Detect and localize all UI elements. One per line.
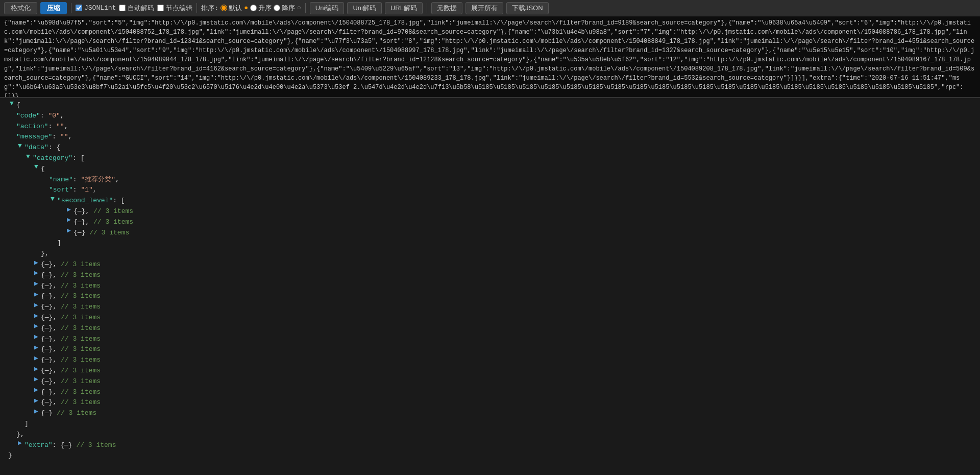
sort-group: 排序: 默认 ● 升序 降序 ○: [201, 4, 301, 13]
tree-cat-item6: ▶ {—}, // 3 items: [0, 313, 980, 323]
tree-cat-item11: ▶ {—}, // 3 items: [0, 366, 980, 376]
cat-item10-toggle[interactable]: ▶: [33, 355, 40, 362]
tree-cat-item13: ▶ {—}, // 3 items: [0, 387, 980, 398]
expand-all-button[interactable]: 展开所有: [465, 2, 503, 14]
second-level-toggle[interactable]: ▼: [49, 196, 56, 203]
tree-sl-item0: ▶ {—}, // 3 items: [0, 206, 980, 217]
tab-format[interactable]: 格式化: [4, 2, 37, 14]
root-toggle[interactable]: ▼: [8, 100, 15, 107]
tree-sl-close: ]: [0, 238, 980, 249]
cb-nodeedit-label[interactable]: 节点编辑: [157, 4, 192, 13]
download-json-button[interactable]: 下载JSON: [506, 2, 549, 14]
tree-action: "action": "",: [0, 122, 980, 132]
cat-item8-toggle[interactable]: ▶: [33, 334, 40, 341]
tree-data-close: },: [0, 430, 980, 440]
sort-desc-label[interactable]: 降序: [274, 4, 295, 13]
cb-autodecode-text: 自动解码: [128, 4, 154, 13]
cb-jsonlint-label[interactable]: JSONLint: [76, 4, 116, 12]
sort-asc-text: 升序: [258, 4, 272, 13]
cat-item13-toggle[interactable]: ▶: [33, 387, 40, 394]
tree-sl-item1: ▶ {—}, // 3 items: [0, 217, 980, 228]
sl-item0-toggle[interactable]: ▶: [65, 206, 72, 213]
tree-cat-name: "name": "推荐分类",: [0, 175, 980, 185]
cat-item11-toggle[interactable]: ▶: [33, 366, 40, 373]
sort-dot: ●: [244, 4, 248, 12]
cb-autodecode-label[interactable]: 自动解码: [119, 4, 154, 13]
sort-default-text: 默认: [229, 4, 242, 13]
tree-cat-sort: "sort": "1",: [0, 185, 980, 196]
sort-circle: ○: [297, 4, 301, 12]
tree-cat-item0-open: ▼ {: [0, 164, 980, 175]
cb-autodecode[interactable]: [119, 5, 126, 11]
sort-asc[interactable]: [250, 5, 257, 11]
divider-4: [427, 3, 427, 13]
cat-item14-toggle[interactable]: ▶: [33, 397, 40, 405]
cat-item6-toggle[interactable]: ▶: [33, 313, 40, 320]
cb-jsonlint[interactable]: [76, 5, 82, 11]
tree-cat-item9: ▶ {—}, // 3 items: [0, 344, 980, 355]
tree-category-close: ]: [0, 419, 980, 430]
tab-compress[interactable]: 压缩: [40, 2, 67, 14]
divider-1: [71, 3, 71, 13]
cat-item1-toggle[interactable]: ▶: [33, 259, 40, 267]
tree-sl-item2: ▶ {—} // 3 items: [0, 228, 980, 239]
toolbar: 格式化 压缩 JSONLint 自动解码 节点编辑 排序: 默认 ● 升序 降序…: [0, 0, 980, 16]
sort-default[interactable]: [220, 5, 227, 11]
tree-code: "code": "0",: [0, 111, 980, 122]
tree-cat-item1: ▶ {—}, // 3 items: [0, 259, 980, 270]
tree-cat-item10: ▶ {—}, // 3 items: [0, 355, 980, 366]
tree-cat-item15: ▶ {—} // 3 items: [0, 408, 980, 419]
tree-data-open: ▼ "data": {: [0, 142, 980, 153]
cat-item5-toggle[interactable]: ▶: [33, 302, 40, 309]
tree-cat-item0-close: },: [0, 249, 980, 259]
divider-2: [197, 3, 197, 13]
raw-json-area: {"name":"\u598d\u97f5","sort":"5","img":…: [0, 16, 980, 98]
cat-item4-toggle[interactable]: ▶: [33, 291, 40, 298]
tree-cat-item14: ▶ {—}, // 3 items: [0, 397, 980, 408]
tree-cat-item8: ▶ {—}, // 3 items: [0, 334, 980, 345]
cat-item0-toggle[interactable]: ▼: [33, 164, 40, 171]
extra-toggle[interactable]: ▶: [16, 440, 23, 447]
tree-category-open: ▼ "category": [: [0, 153, 980, 164]
url-decode-button[interactable]: URL解码: [385, 2, 423, 14]
cat-item2-toggle[interactable]: ▶: [33, 270, 40, 277]
metadata-button[interactable]: 元数据: [431, 2, 462, 14]
tree-message: "message": "",: [0, 132, 980, 142]
tree-cat-item2: ▶ {—}, // 3 items: [0, 270, 980, 281]
sort-desc[interactable]: [274, 5, 280, 11]
tree-cat-item5: ▶ {—}, // 3 items: [0, 302, 980, 313]
uni-encode-button[interactable]: Uni编码: [310, 2, 345, 14]
cat-item7-toggle[interactable]: ▶: [33, 323, 40, 330]
tree-root-close: }: [0, 450, 980, 461]
sort-label: 排序:: [201, 4, 218, 13]
cb-nodeedit[interactable]: [157, 5, 164, 11]
tree-cat-item12: ▶ {—}, // 3 items: [0, 376, 980, 387]
tree-extra: ▶ "extra": {—} // 3 items: [0, 440, 980, 451]
sort-desc-text: 降序: [282, 4, 295, 13]
uni-decode-button[interactable]: Uni解码: [347, 2, 382, 14]
cb-jsonlint-text: JSONLint: [84, 4, 116, 12]
sl-item1-toggle[interactable]: ▶: [65, 217, 72, 224]
cb-nodeedit-text: 节点编辑: [166, 4, 192, 13]
cat-item3-toggle[interactable]: ▶: [33, 281, 40, 288]
tree-second-level-open: ▼ "second_level": [: [0, 196, 980, 206]
tree-root-open: ▼ {: [0, 100, 980, 111]
tree-cat-item4: ▶ {—}, // 3 items: [0, 291, 980, 302]
divider-3: [305, 3, 306, 13]
data-toggle[interactable]: ▼: [16, 142, 23, 150]
category-toggle[interactable]: ▼: [24, 153, 32, 160]
raw-json-text: {"name":"\u598d\u97f5","sort":"5","img":…: [4, 19, 974, 98]
cat-item9-toggle[interactable]: ▶: [33, 344, 40, 351]
sort-asc-label[interactable]: 升序: [250, 4, 272, 13]
sl-item2-toggle[interactable]: ▶: [65, 228, 72, 235]
json-tree-area: ▼ { "code": "0", "action": "", "message"…: [0, 98, 980, 475]
tree-cat-item3: ▶ {—}, // 3 items: [0, 281, 980, 292]
cat-item12-toggle[interactable]: ▶: [33, 376, 40, 384]
cat-item15-toggle[interactable]: ▶: [33, 408, 40, 415]
tree-cat-item7: ▶ {—}, // 3 items: [0, 323, 980, 334]
sort-default-label[interactable]: 默认: [220, 4, 242, 13]
